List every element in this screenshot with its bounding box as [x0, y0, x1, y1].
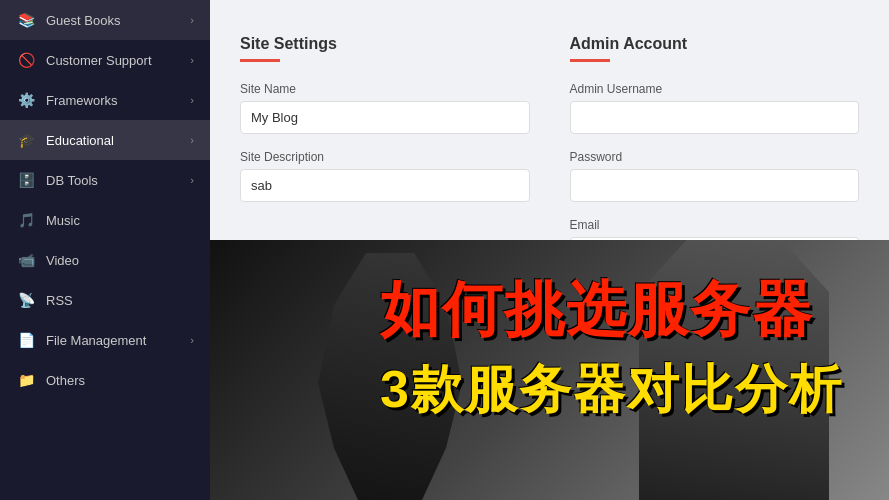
- admin-account-title: Admin Account: [570, 35, 860, 53]
- sidebar-item-label: Video: [46, 253, 79, 268]
- sidebar-item-label: File Management: [46, 333, 146, 348]
- site-description-group: Site Description: [240, 150, 530, 202]
- arrow-icon: ›: [190, 134, 194, 146]
- sidebar-item-label: Frameworks: [46, 93, 118, 108]
- sidebar-item-video[interactable]: 📹 Video: [0, 240, 210, 280]
- admin-password-group: Password: [570, 150, 860, 202]
- site-name-label: Site Name: [240, 82, 530, 96]
- sidebar-item-others[interactable]: 📁 Others: [0, 360, 210, 400]
- overlay-background: 如何挑选服务器 3款服务器对比分析: [210, 240, 889, 500]
- sidebar-item-label: RSS: [46, 293, 73, 308]
- site-name-group: Site Name: [240, 82, 530, 134]
- arrow-icon: ›: [190, 94, 194, 106]
- sidebar-item-educational[interactable]: 🎓 Educational ›: [0, 120, 210, 160]
- overlay-text-line1: 如何挑选服务器: [380, 270, 814, 351]
- site-description-label: Site Description: [240, 150, 530, 164]
- main-content: Site Settings Site Name Site Description…: [210, 0, 889, 500]
- sidebar-item-label: Customer Support: [46, 53, 152, 68]
- sidebar-item-customer-support[interactable]: 🚫 Customer Support ›: [0, 40, 210, 80]
- sidebar-item-guest-books[interactable]: 📚 Guest Books ›: [0, 0, 210, 40]
- admin-password-label: Password: [570, 150, 860, 164]
- educational-icon: 🎓: [16, 130, 36, 150]
- arrow-icon: ›: [190, 174, 194, 186]
- sidebar-item-label: DB Tools: [46, 173, 98, 188]
- arrow-icon: ›: [190, 54, 194, 66]
- guest-books-icon: 📚: [16, 10, 36, 30]
- sidebar-item-label: Guest Books: [46, 13, 120, 28]
- overlay-text-line2: 3款服务器对比分析: [380, 355, 843, 425]
- sidebar-item-music[interactable]: 🎵 Music: [0, 200, 210, 240]
- admin-email-label: Email: [570, 218, 860, 232]
- site-settings-title: Site Settings: [240, 35, 530, 53]
- site-description-input[interactable]: [240, 169, 530, 202]
- sidebar-item-frameworks[interactable]: ⚙️ Frameworks ›: [0, 80, 210, 120]
- music-icon: 🎵: [16, 210, 36, 230]
- rss-icon: 📡: [16, 290, 36, 310]
- customer-support-icon: 🚫: [16, 50, 36, 70]
- admin-password-input[interactable]: [570, 169, 860, 202]
- admin-username-input[interactable]: [570, 101, 860, 134]
- sidebar-item-file-management[interactable]: 📄 File Management ›: [0, 320, 210, 360]
- admin-underline: [570, 59, 610, 62]
- arrow-icon: ›: [190, 334, 194, 346]
- file-management-icon: 📄: [16, 330, 36, 350]
- admin-username-label: Admin Username: [570, 82, 860, 96]
- sidebar-item-label: Music: [46, 213, 80, 228]
- video-icon: 📹: [16, 250, 36, 270]
- overlay-container: 如何挑选服务器 3款服务器对比分析: [210, 240, 889, 500]
- site-settings-underline: [240, 59, 280, 62]
- sidebar-item-rss[interactable]: 📡 RSS: [0, 280, 210, 320]
- others-icon: 📁: [16, 370, 36, 390]
- arrow-icon: ›: [190, 14, 194, 26]
- sidebar-item-db-tools[interactable]: 🗄️ DB Tools ›: [0, 160, 210, 200]
- db-tools-icon: 🗄️: [16, 170, 36, 190]
- frameworks-icon: ⚙️: [16, 90, 36, 110]
- site-name-input[interactable]: [240, 101, 530, 134]
- sidebar: 📚 Guest Books › 🚫 Customer Support › ⚙️ …: [0, 0, 210, 500]
- sidebar-item-label: Educational: [46, 133, 114, 148]
- sidebar-item-label: Others: [46, 373, 85, 388]
- admin-username-group: Admin Username: [570, 82, 860, 134]
